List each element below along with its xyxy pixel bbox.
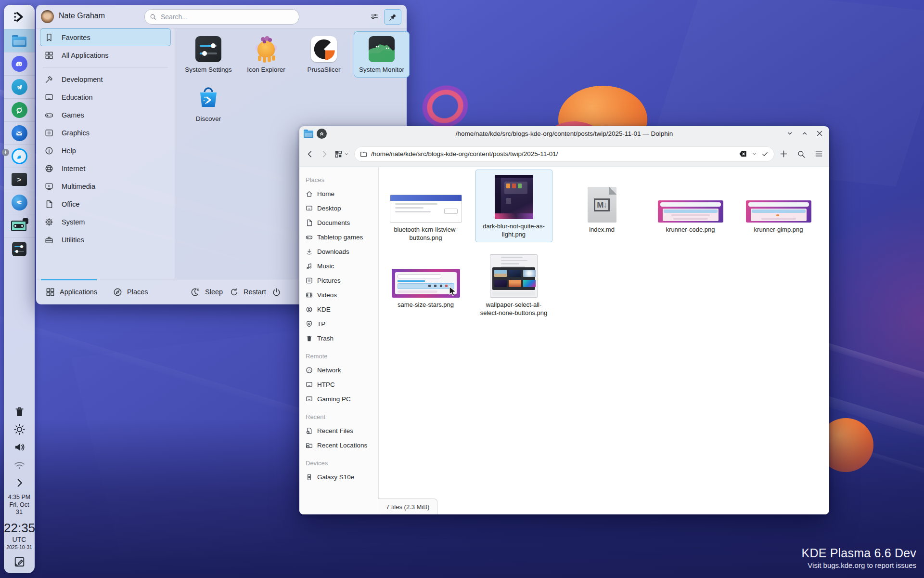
location-bar[interactable]: /home/nate/kde/src/blogs-kde-org/content… xyxy=(354,146,774,162)
file-krunner-gimp[interactable]: krunner-gimp.png xyxy=(740,173,817,237)
launcher-search-field[interactable] xyxy=(144,9,299,25)
configure-icon xyxy=(370,12,379,21)
task-blue-bird-app[interactable] xyxy=(4,191,35,214)
utc-time: 22:35 xyxy=(4,520,35,536)
dolphin-window: /home/nate/kde/src/blogs-kde-org/content… xyxy=(299,126,829,514)
sidebar-item-office[interactable]: Office xyxy=(40,195,171,213)
confirm-icon[interactable] xyxy=(761,150,769,158)
file-bluetooth-kcm-listview-buttons[interactable]: bluetooth-kcm-listview-buttons.png xyxy=(387,173,464,246)
sidebar-item-help[interactable]: Help xyxy=(40,142,171,159)
task-telegram[interactable] xyxy=(4,75,35,98)
icon-explorer-icon xyxy=(252,35,280,63)
file-wallpaper-select-all-select-none-buttons[interactable]: wallpaper-select-all-select-none-buttons… xyxy=(475,248,552,321)
volume-icon[interactable] xyxy=(13,441,26,453)
titlebar[interactable]: /home/nate/kde/src/blogs-kde-org/content… xyxy=(299,126,829,141)
network-icon[interactable] xyxy=(13,459,26,471)
sleep-button[interactable]: Sleep xyxy=(191,279,223,304)
folder-icon xyxy=(360,150,367,158)
task-system-settings[interactable] xyxy=(4,237,35,260)
place-gaming-pc[interactable]: Gaming PC xyxy=(299,392,378,406)
restart-button[interactable]: Restart xyxy=(230,279,266,304)
view-mode-button[interactable] xyxy=(334,150,349,158)
task-discord[interactable] xyxy=(4,52,35,75)
file-same-size-stars[interactable]: same-size-stars.png xyxy=(387,248,464,313)
plasma-version-banner: KDE Plasma 6.6 Dev Visit bugs.kde.org to… xyxy=(802,546,916,569)
music-note-icon xyxy=(306,263,313,270)
sidebar-item-multimedia[interactable]: Multimedia xyxy=(40,177,171,195)
telegram-icon xyxy=(12,79,27,95)
place-trash[interactable]: Trash xyxy=(299,331,378,345)
place-tabletop-games[interactable]: Tabletop games xyxy=(299,230,378,244)
pin-button[interactable] xyxy=(384,9,401,25)
digital-clock[interactable]: 4:35 PM Fri, Oct 31 22:35 UTC 2025-10-31 xyxy=(4,494,35,551)
place-recent-locations[interactable]: Recent Locations xyxy=(299,438,378,452)
sidebar-item-graphics[interactable]: Graphics xyxy=(40,124,171,142)
place-home[interactable]: Home xyxy=(299,186,378,201)
folder-view[interactable]: bluetooth-kcm-listview-buttons.png xyxy=(379,167,829,514)
app-discover[interactable]: Discover xyxy=(180,80,236,127)
kde-icon xyxy=(306,306,313,313)
keep-above-button[interactable] xyxy=(317,129,327,139)
file-krunner-code[interactable]: krunner-code.png xyxy=(652,173,729,237)
task-konsole[interactable]: > xyxy=(4,168,35,191)
search-input[interactable] xyxy=(160,13,294,21)
librewolf-icon xyxy=(12,148,27,164)
tab-applications[interactable]: Applications xyxy=(46,279,97,304)
task-thunderbird[interactable] xyxy=(4,121,35,144)
place-documents[interactable]: Documents xyxy=(299,215,378,230)
app-system-monitor[interactable]: System Monitor xyxy=(354,31,410,78)
place-htpc[interactable]: HTPC xyxy=(299,377,378,392)
brightness-icon[interactable] xyxy=(13,423,26,435)
app-prusaslicer[interactable]: PrusaSlicer xyxy=(296,31,352,78)
place-videos[interactable]: Videos xyxy=(299,288,378,302)
user-avatar[interactable] xyxy=(41,10,54,23)
expand-tray-icon[interactable] xyxy=(13,477,26,489)
configure-button[interactable] xyxy=(366,9,383,24)
tab-places[interactable]: Places xyxy=(113,279,148,304)
maximize-button[interactable] xyxy=(801,130,808,137)
minimize-button[interactable] xyxy=(786,130,794,137)
sidebar-item-education[interactable]: Education xyxy=(40,88,171,106)
chevron-down-icon[interactable] xyxy=(751,151,757,157)
task-librewolf[interactable]: + xyxy=(4,144,35,168)
sticky-note-widget[interactable] xyxy=(4,555,35,573)
sidebar-item-all-applications[interactable]: All Applications xyxy=(40,46,171,64)
place-galaxy-s10e[interactable]: Galaxy S10e xyxy=(299,470,378,484)
split-add-button[interactable] xyxy=(779,149,788,158)
clear-text-icon[interactable] xyxy=(738,149,747,158)
file-dark-blur-not-quite-as-light[interactable]: dark-blur-not-quite-as-light.png xyxy=(475,170,552,242)
place-downloads[interactable]: Downloads xyxy=(299,244,378,259)
place-recent-files[interactable]: Recent Files xyxy=(299,423,378,438)
place-music[interactable]: Music xyxy=(299,259,378,273)
close-button[interactable] xyxy=(816,130,823,137)
sidebar-item-utilities[interactable]: Utilities xyxy=(40,231,171,249)
file-index-md[interactable]: M↓ index.md xyxy=(564,173,641,237)
grid-icon xyxy=(45,51,53,60)
sidebar-item-internet[interactable]: Internet xyxy=(40,159,171,177)
shutdown-button[interactable] xyxy=(272,279,286,304)
sidebar-item-system[interactable]: System xyxy=(40,213,171,231)
launcher-sidebar: Favorites All Applications Development E… xyxy=(36,28,175,279)
place-network[interactable]: Network xyxy=(299,363,378,377)
search-button[interactable] xyxy=(797,150,806,158)
place-pictures[interactable]: Pictures xyxy=(299,273,378,288)
place-desktop[interactable]: Desktop xyxy=(299,201,378,215)
toolbox-icon xyxy=(45,236,53,244)
back-button[interactable] xyxy=(305,149,315,159)
hamburger-menu-button[interactable] xyxy=(814,149,823,158)
forward-button[interactable] xyxy=(320,149,329,159)
sidebar-item-games[interactable]: Games xyxy=(40,106,171,124)
application-launcher-button[interactable] xyxy=(4,5,35,29)
sidebar-item-favorites[interactable]: Favorites xyxy=(40,28,171,46)
task-sync-app[interactable] xyxy=(4,98,35,121)
place-kde[interactable]: KDE xyxy=(299,302,378,316)
task-dolphin[interactable] xyxy=(4,29,35,52)
app-icon-explorer[interactable]: Icon Explorer xyxy=(238,31,294,78)
task-cassette-player[interactable] xyxy=(4,214,35,237)
sidebar-item-development[interactable]: Development xyxy=(40,70,171,88)
app-system-settings[interactable]: System Settings xyxy=(180,31,236,78)
place-tp[interactable]: TP xyxy=(299,316,378,331)
discover-icon xyxy=(194,84,222,112)
plasma-report-label: Visit bugs.kde.org to report issues xyxy=(802,561,916,569)
trash-icon[interactable] xyxy=(13,406,26,418)
